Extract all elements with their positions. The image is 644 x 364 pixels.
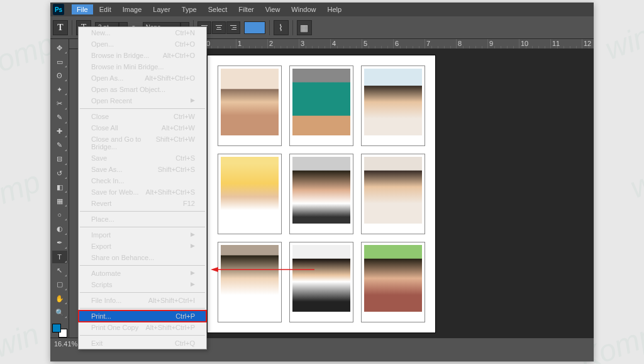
menu-item-browse-in-mini-bridge[interactable]: Browse in Mini Bridge... — [79, 61, 206, 72]
move-tool[interactable]: ✥ — [52, 42, 67, 54]
brush-tool[interactable]: ✎ — [52, 139, 67, 152]
path-selection-tool[interactable]: ↖ — [52, 264, 67, 277]
polaroid-frame[interactable] — [218, 154, 282, 234]
polaroid-frame[interactable] — [218, 65, 282, 146]
document-canvas[interactable] — [208, 55, 435, 333]
clone-stamp-tool[interactable]: ⊟ — [52, 153, 67, 166]
type-tool[interactable]: T — [52, 251, 67, 263]
photo-placeholder — [221, 69, 279, 135]
eyedropper-tool[interactable]: ✎ — [52, 111, 67, 124]
menu-edit[interactable]: Edit — [94, 4, 116, 14]
menu-item-close-all[interactable]: Close AllAlt+Ctrl+W — [79, 122, 206, 134]
history-brush-tool[interactable]: ↺ — [52, 167, 67, 179]
menu-separator — [80, 292, 205, 293]
menu-item-close[interactable]: CloseCtrl+W — [79, 111, 206, 122]
align-center-button[interactable] — [212, 21, 226, 34]
polaroid-frame[interactable] — [361, 154, 425, 234]
polaroid-frame[interactable] — [289, 154, 353, 234]
menu-item-automate[interactable]: Automate▶ — [79, 268, 206, 279]
menu-item-browse-in-bridge[interactable]: Browse in Bridge...Alt+Ctrl+O — [79, 50, 206, 61]
photo-placeholder — [364, 157, 422, 224]
zoom-tool[interactable]: 🔍 — [52, 306, 67, 319]
ruler-tick: 9 — [488, 39, 519, 48]
app-logo: Ps — [53, 4, 64, 15]
svg-marker-1 — [211, 267, 218, 272]
menu-item-revert: RevertF12 — [79, 198, 206, 209]
photo-placeholder — [292, 245, 350, 312]
eraser-tool[interactable]: ◧ — [52, 181, 67, 193]
foreground-color[interactable] — [52, 324, 61, 333]
menu-item-save-as[interactable]: Save As...Shift+Ctrl+S — [79, 164, 206, 175]
menu-select[interactable]: Select — [203, 4, 233, 14]
menu-item-open-as[interactable]: Open As...Alt+Shift+Ctrl+O — [79, 72, 206, 84]
polaroid-frame[interactable] — [289, 65, 353, 146]
tools-panel: ✥▭ʘ✦✂✎✚✎⊟↺◧▦○◐✒T↖▢✋🔍 — [50, 39, 69, 338]
magic-wand-tool[interactable]: ✦ — [52, 83, 67, 96]
warp-text-icon[interactable]: ⌇ — [274, 20, 289, 35]
polaroid-frame[interactable] — [361, 242, 425, 322]
menu-item-export[interactable]: Export▶ — [79, 241, 206, 252]
menu-file[interactable]: File — [72, 4, 93, 14]
menu-item-open-recent[interactable]: Open Recent▶ — [79, 95, 206, 106]
ruler-tick: 3 — [299, 39, 331, 48]
gradient-tool[interactable]: ▦ — [52, 195, 67, 207]
menu-item-print-one-copy[interactable]: Print One CopyAlt+Shift+Ctrl+P — [79, 322, 206, 333]
photo-placeholder — [221, 157, 279, 224]
polaroid-frame[interactable] — [289, 242, 353, 322]
align-right-button[interactable] — [226, 21, 240, 34]
menu-item-new[interactable]: New...Ctrl+N — [79, 27, 206, 38]
lasso-tool[interactable]: ʘ — [52, 69, 67, 82]
blur-tool[interactable]: ○ — [52, 208, 67, 221]
menubar: FileEditImageLayerTypeSelectFilterViewWi… — [69, 3, 347, 16]
menu-item-share-on-behance: Share on Behance... — [79, 252, 206, 263]
menu-separator — [80, 335, 205, 336]
menu-item-scripts[interactable]: Scripts▶ — [79, 279, 206, 290]
ruler-tick: 6 — [394, 39, 425, 48]
dodge-tool[interactable]: ◐ — [52, 222, 67, 235]
hand-tool[interactable]: ✋ — [52, 292, 67, 305]
menu-item-file-info[interactable]: File Info...Alt+Shift+Ctrl+I — [79, 295, 206, 306]
panels-toggle-icon[interactable]: ▦ — [297, 20, 312, 35]
marquee-tool[interactable]: ▭ — [52, 55, 67, 68]
menu-type[interactable]: Type — [177, 4, 202, 14]
polaroid-frame[interactable] — [218, 242, 282, 322]
menu-item-open[interactable]: Open...Ctrl+O — [79, 38, 206, 50]
photo-placeholder — [292, 69, 350, 135]
menu-filter[interactable]: Filter — [233, 4, 258, 14]
menu-item-print[interactable]: Print...Ctrl+P — [79, 310, 206, 322]
tool-preset-icon[interactable]: T — [53, 20, 68, 35]
healing-brush-tool[interactable]: ✚ — [52, 125, 67, 138]
crop-tool[interactable]: ✂ — [52, 97, 67, 110]
menu-item-open-as-smart-object[interactable]: Open as Smart Object... — [79, 84, 206, 95]
ruler-tick: 7 — [425, 39, 457, 48]
menu-item-exit[interactable]: ExitCtrl+Q — [79, 338, 206, 349]
menu-item-close-and-go-to-bridge[interactable]: Close and Go to Bridge...Shift+Ctrl+W — [79, 134, 206, 152]
menu-view[interactable]: View — [260, 4, 286, 14]
ruler-tick: 11 — [551, 39, 582, 48]
menu-item-save-for-web[interactable]: Save for Web...Alt+Shift+Ctrl+S — [79, 186, 206, 198]
menu-window[interactable]: Window — [286, 4, 321, 14]
color-swatches[interactable] — [52, 324, 67, 338]
polaroid-frame[interactable] — [361, 65, 425, 146]
text-color-swatch[interactable] — [244, 21, 265, 34]
menu-item-place[interactable]: Place... — [79, 213, 206, 225]
menu-layer[interactable]: Layer — [148, 4, 175, 14]
ruler-tick: 1 — [236, 39, 268, 48]
menu-separator — [80, 211, 205, 212]
polaroid-grid — [208, 55, 435, 333]
menu-item-import[interactable]: Import▶ — [79, 229, 206, 241]
titlebar: Ps FileEditImageLayerTypeSelectFilterVie… — [50, 3, 594, 16]
shape-tool[interactable]: ▢ — [52, 278, 67, 291]
menu-separator — [80, 308, 205, 309]
menu-separator — [80, 265, 205, 266]
ruler-tick: 4 — [331, 39, 362, 48]
menu-item-save[interactable]: SaveCtrl+S — [79, 152, 206, 164]
pen-tool[interactable]: ✒ — [52, 237, 67, 249]
annotation-arrow — [211, 266, 318, 273]
photo-placeholder — [364, 69, 422, 135]
zoom-level[interactable]: 16.41% — [54, 340, 77, 348]
menu-help[interactable]: Help — [322, 4, 347, 14]
menu-separator — [80, 227, 205, 227]
menu-separator — [80, 108, 205, 109]
menu-image[interactable]: Image — [118, 4, 147, 14]
